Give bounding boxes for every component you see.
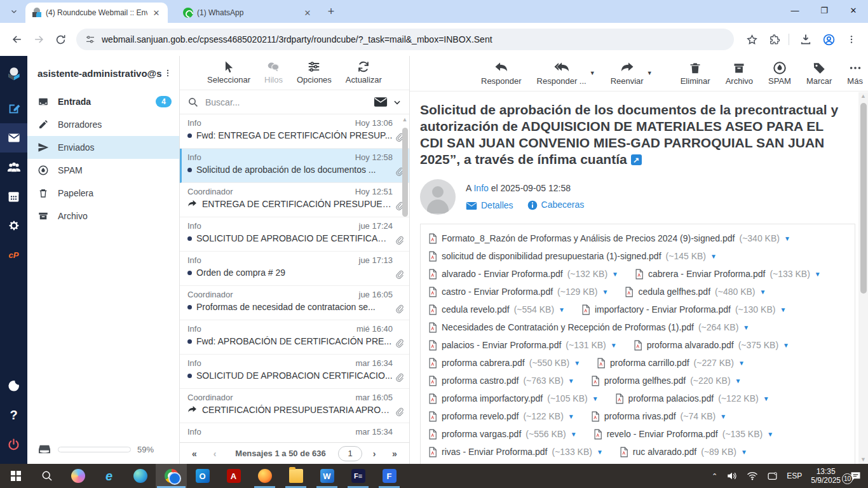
list-scrollbar-thumb[interactable]: [402, 128, 408, 217]
attachment-item[interactable]: alvarado - Enviar Proforma.pdf (~132 KB)…: [428, 269, 618, 280]
attachment-name[interactable]: proforma cabrera.pdf: [442, 358, 525, 368]
attachment-item[interactable]: ruc alvarado.pdf (~89 KB) ▼: [620, 447, 747, 458]
reload-button[interactable]: [50, 29, 71, 50]
tab-close-icon[interactable]: ✕: [151, 8, 161, 18]
close-button[interactable]: ✕: [839, 0, 868, 20]
attachment-menu-caret[interactable]: ▼: [592, 395, 599, 402]
volume-icon[interactable]: [726, 471, 738, 481]
attachment-menu-caret[interactable]: ▼: [568, 413, 574, 420]
more-button[interactable]: Más: [847, 61, 863, 86]
language-indicator[interactable]: ESP: [787, 471, 802, 480]
archive-button[interactable]: Archivo: [726, 61, 753, 86]
attachment-menu-caret[interactable]: ▼: [783, 342, 789, 349]
message-row[interactable]: Infomié 16:40 Fwd: APROBACIÓN DE CERTIFI…: [180, 320, 409, 355]
taskbar-word-button[interactable]: W: [311, 464, 342, 488]
attachment-name[interactable]: proforma palacios.pdf: [628, 393, 714, 403]
taskbar-chrome-button[interactable]: [156, 464, 187, 488]
attachment-item[interactable]: proforma carrillo.pdf (~227 KB) ▼: [597, 358, 745, 369]
taskbar-app2-button[interactable]: F: [374, 464, 405, 488]
folder-item[interactable]: Borradores: [27, 113, 179, 136]
rail-contacts-button[interactable]: [0, 152, 27, 182]
attachment-name[interactable]: proforma imporfactory.pdf: [442, 393, 543, 403]
extensions-button[interactable]: [764, 29, 785, 50]
scroll-down-icon[interactable]: ▼: [860, 457, 866, 463]
attachment-menu-caret[interactable]: ▼: [612, 271, 618, 278]
select-button[interactable]: Seleccionar: [207, 60, 250, 85]
recipient-link[interactable]: Info: [473, 183, 488, 193]
attachment-name[interactable]: proforma castro.pdf: [442, 376, 519, 386]
attachment-item[interactable]: cedula gelfhes.pdf (~480 KB) ▼: [625, 287, 766, 297]
back-button[interactable]: [6, 29, 28, 50]
attachment-menu-caret[interactable]: ▼: [784, 235, 790, 242]
scroll-up-icon[interactable]: ▲: [860, 93, 866, 99]
start-button[interactable]: [0, 464, 31, 488]
attachment-menu-caret[interactable]: ▼: [574, 360, 580, 367]
attachment-name[interactable]: castro - Enviar Proforma.pdf: [442, 287, 553, 297]
attachment-name[interactable]: ruc alvarado.pdf: [633, 447, 696, 457]
attachment-name[interactable]: solicitud de disponibilidad presupuestar…: [442, 251, 661, 261]
reader-scrollbar-thumb[interactable]: [860, 103, 867, 294]
message-row[interactable]: Infomar 16:34 SOLICITUD DE APROBACION CE…: [180, 355, 409, 389]
attachment-item[interactable]: Necesidades de Contratación y Recepción …: [428, 322, 749, 333]
attachment-item[interactable]: imporfactory - Enviar Proforma.pdf (~130…: [581, 304, 786, 315]
headers-link[interactable]: Cabeceras: [527, 200, 585, 210]
attachment-name[interactable]: imporfactory - Enviar Proforma.pdf: [595, 304, 731, 315]
attachment-menu-caret[interactable]: ▼: [602, 288, 609, 295]
rail-logout-button[interactable]: [0, 430, 27, 459]
message-row[interactable]: CoordinadorHoy 12:51 ENTREGA DE CERTIFIC…: [180, 183, 409, 217]
attachment-name[interactable]: Formato_8_Razón de Proformas y Análisis …: [442, 233, 735, 243]
refresh-button[interactable]: Actualizar: [346, 60, 382, 85]
open-in-new-icon[interactable]: [631, 154, 642, 165]
reply-all-button[interactable]: Responder ... ▼: [537, 61, 587, 86]
attachment-menu-caret[interactable]: ▼: [741, 449, 747, 456]
attachment-item[interactable]: Formato_8_Razón de Proformas y Análisis …: [428, 233, 790, 244]
mark-button[interactable]: Marcar: [806, 61, 832, 86]
taskbar-search-button[interactable]: [31, 464, 62, 488]
folder-item[interactable]: Papelera: [27, 182, 179, 205]
attachment-item[interactable]: proforma palacios.pdf (~122 KB) ▼: [615, 393, 770, 404]
attachment-name[interactable]: proforma carrillo.pdf: [610, 358, 689, 368]
rail-compose-button[interactable]: [0, 94, 27, 123]
attachment-name[interactable]: Necesidades de Contratación y Recepción …: [442, 322, 694, 332]
forward-button[interactable]: [28, 29, 50, 50]
forward-menu-caret[interactable]: ▼: [647, 70, 653, 76]
attachment-name[interactable]: cabrera - Enviar Proforma.pdf: [648, 269, 765, 279]
attachment-menu-caret[interactable]: ▼: [780, 306, 786, 313]
attachment-name[interactable]: proforma gelfhes.pdf: [604, 376, 686, 386]
attachment-item[interactable]: proforma rivas.pdf (~74 KB) ▼: [591, 411, 726, 422]
message-row[interactable]: Infojue 17:13 Orden de compra # 29: [180, 252, 409, 286]
attachment-menu-caret[interactable]: ▼: [735, 377, 742, 384]
attachment-name[interactable]: cedula gelfhes.pdf: [638, 287, 710, 297]
attachment-menu-caret[interactable]: ▼: [738, 360, 745, 367]
page-input[interactable]: [338, 446, 362, 461]
tab-whatsapp[interactable]: (1) WhatsApp ✕: [177, 3, 319, 23]
message-row[interactable]: InfoHoy 13:06 Fwd: ENTREGA DE CERTIFICAC…: [180, 114, 409, 149]
next-page-button[interactable]: ›: [366, 449, 383, 459]
rail-settings-button[interactable]: [0, 211, 27, 240]
threads-button[interactable]: Hilos: [264, 60, 283, 85]
rail-help-button[interactable]: ?: [0, 400, 27, 430]
minimize-button[interactable]: —: [780, 0, 810, 20]
restore-button[interactable]: ❐: [810, 0, 839, 20]
attachment-menu-caret[interactable]: ▼: [743, 324, 749, 331]
details-link[interactable]: Detalles: [466, 200, 513, 210]
attachment-menu-caret[interactable]: ▼: [759, 288, 766, 295]
account-header[interactable]: asistente-administrativo@sa...: [27, 56, 179, 90]
folder-item[interactable]: Archivo: [27, 205, 179, 227]
attachment-menu-caret[interactable]: ▼: [611, 342, 617, 349]
attachment-item[interactable]: proforma cabrera.pdf (~550 KB) ▼: [428, 358, 580, 369]
attachment-menu-caret[interactable]: ▼: [571, 431, 577, 438]
taskbar-ie-button[interactable]: e: [93, 464, 125, 488]
rail-cpanel-button[interactable]: cP: [0, 240, 27, 269]
forward-button-mail[interactable]: Reenviar ▼: [611, 61, 644, 86]
attachment-menu-caret[interactable]: ▼: [597, 449, 603, 456]
search-input[interactable]: [205, 97, 374, 107]
tab-close-icon[interactable]: ✕: [302, 8, 313, 18]
reply-button[interactable]: Responder: [481, 61, 522, 86]
list-scrollbar[interactable]: ▲: [401, 117, 409, 442]
wifi-icon[interactable]: [747, 471, 758, 480]
message-row[interactable]: InfoHoy 12:58 Solicitud de aprobación de…: [180, 149, 409, 183]
profile-button[interactable]: [818, 29, 839, 50]
attachment-name[interactable]: palacios - Enviar Proforma.pdf: [442, 340, 561, 350]
bookmark-button[interactable]: [742, 29, 762, 50]
